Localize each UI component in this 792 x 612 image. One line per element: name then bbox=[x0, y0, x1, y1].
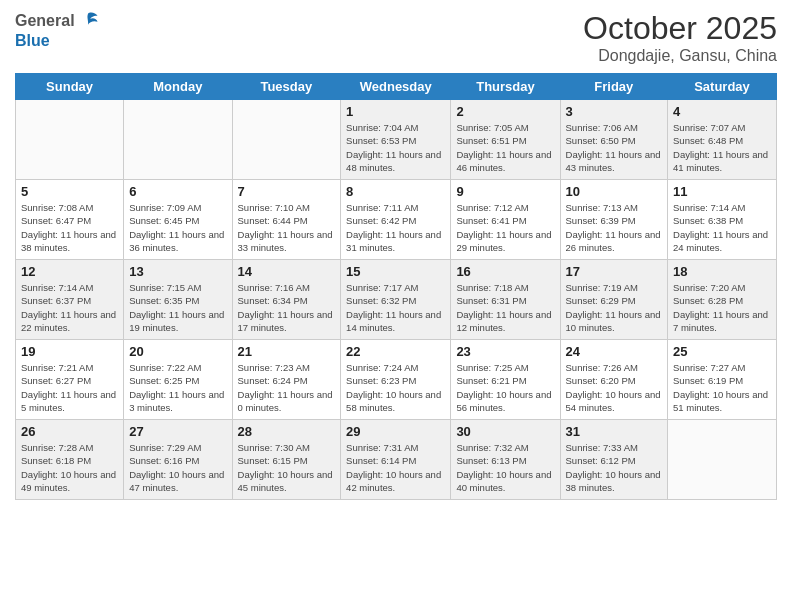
calendar-cell: 7Sunrise: 7:10 AM Sunset: 6:44 PM Daylig… bbox=[232, 180, 341, 260]
calendar-week-4: 26Sunrise: 7:28 AM Sunset: 6:18 PM Dayli… bbox=[16, 420, 777, 500]
day-info: Sunrise: 7:31 AM Sunset: 6:14 PM Dayligh… bbox=[346, 441, 445, 494]
day-info: Sunrise: 7:30 AM Sunset: 6:15 PM Dayligh… bbox=[238, 441, 336, 494]
calendar-cell: 3Sunrise: 7:06 AM Sunset: 6:50 PM Daylig… bbox=[560, 100, 668, 180]
calendar-header-monday: Monday bbox=[124, 74, 232, 100]
calendar-cell: 30Sunrise: 7:32 AM Sunset: 6:13 PM Dayli… bbox=[451, 420, 560, 500]
calendar-cell: 29Sunrise: 7:31 AM Sunset: 6:14 PM Dayli… bbox=[341, 420, 451, 500]
day-number: 14 bbox=[238, 264, 336, 279]
calendar-cell: 17Sunrise: 7:19 AM Sunset: 6:29 PM Dayli… bbox=[560, 260, 668, 340]
day-info: Sunrise: 7:24 AM Sunset: 6:23 PM Dayligh… bbox=[346, 361, 445, 414]
day-number: 4 bbox=[673, 104, 771, 119]
day-number: 13 bbox=[129, 264, 226, 279]
calendar-cell: 11Sunrise: 7:14 AM Sunset: 6:38 PM Dayli… bbox=[668, 180, 777, 260]
day-number: 29 bbox=[346, 424, 445, 439]
calendar-cell: 14Sunrise: 7:16 AM Sunset: 6:34 PM Dayli… bbox=[232, 260, 341, 340]
calendar-cell: 21Sunrise: 7:23 AM Sunset: 6:24 PM Dayli… bbox=[232, 340, 341, 420]
day-info: Sunrise: 7:09 AM Sunset: 6:45 PM Dayligh… bbox=[129, 201, 226, 254]
day-number: 16 bbox=[456, 264, 554, 279]
day-info: Sunrise: 7:05 AM Sunset: 6:51 PM Dayligh… bbox=[456, 121, 554, 174]
logo-blue-text: Blue bbox=[15, 32, 50, 49]
day-number: 7 bbox=[238, 184, 336, 199]
day-info: Sunrise: 7:28 AM Sunset: 6:18 PM Dayligh… bbox=[21, 441, 118, 494]
day-number: 21 bbox=[238, 344, 336, 359]
calendar-cell: 26Sunrise: 7:28 AM Sunset: 6:18 PM Dayli… bbox=[16, 420, 124, 500]
calendar-cell: 5Sunrise: 7:08 AM Sunset: 6:47 PM Daylig… bbox=[16, 180, 124, 260]
day-number: 9 bbox=[456, 184, 554, 199]
calendar-cell: 2Sunrise: 7:05 AM Sunset: 6:51 PM Daylig… bbox=[451, 100, 560, 180]
calendar-header-thursday: Thursday bbox=[451, 74, 560, 100]
day-number: 3 bbox=[566, 104, 663, 119]
day-number: 30 bbox=[456, 424, 554, 439]
day-number: 10 bbox=[566, 184, 663, 199]
day-info: Sunrise: 7:12 AM Sunset: 6:41 PM Dayligh… bbox=[456, 201, 554, 254]
calendar-week-1: 5Sunrise: 7:08 AM Sunset: 6:47 PM Daylig… bbox=[16, 180, 777, 260]
day-info: Sunrise: 7:16 AM Sunset: 6:34 PM Dayligh… bbox=[238, 281, 336, 334]
calendar-cell bbox=[124, 100, 232, 180]
day-info: Sunrise: 7:13 AM Sunset: 6:39 PM Dayligh… bbox=[566, 201, 663, 254]
logo: General Blue bbox=[15, 10, 99, 50]
calendar-cell: 16Sunrise: 7:18 AM Sunset: 6:31 PM Dayli… bbox=[451, 260, 560, 340]
day-info: Sunrise: 7:21 AM Sunset: 6:27 PM Dayligh… bbox=[21, 361, 118, 414]
calendar-header-saturday: Saturday bbox=[668, 74, 777, 100]
page-header: General Blue October 2025 Dongdajie, Gan… bbox=[15, 10, 777, 65]
day-number: 27 bbox=[129, 424, 226, 439]
day-number: 22 bbox=[346, 344, 445, 359]
logo-general-text: General bbox=[15, 12, 75, 30]
calendar-body: 1Sunrise: 7:04 AM Sunset: 6:53 PM Daylig… bbox=[16, 100, 777, 500]
calendar-cell: 10Sunrise: 7:13 AM Sunset: 6:39 PM Dayli… bbox=[560, 180, 668, 260]
day-info: Sunrise: 7:26 AM Sunset: 6:20 PM Dayligh… bbox=[566, 361, 663, 414]
day-info: Sunrise: 7:25 AM Sunset: 6:21 PM Dayligh… bbox=[456, 361, 554, 414]
calendar-week-2: 12Sunrise: 7:14 AM Sunset: 6:37 PM Dayli… bbox=[16, 260, 777, 340]
calendar-cell: 6Sunrise: 7:09 AM Sunset: 6:45 PM Daylig… bbox=[124, 180, 232, 260]
day-number: 8 bbox=[346, 184, 445, 199]
day-number: 12 bbox=[21, 264, 118, 279]
calendar-cell: 18Sunrise: 7:20 AM Sunset: 6:28 PM Dayli… bbox=[668, 260, 777, 340]
day-number: 6 bbox=[129, 184, 226, 199]
calendar-header-wednesday: Wednesday bbox=[341, 74, 451, 100]
calendar-week-0: 1Sunrise: 7:04 AM Sunset: 6:53 PM Daylig… bbox=[16, 100, 777, 180]
month-title: October 2025 bbox=[583, 10, 777, 47]
calendar-cell: 15Sunrise: 7:17 AM Sunset: 6:32 PM Dayli… bbox=[341, 260, 451, 340]
logo-bird-icon bbox=[77, 10, 99, 32]
day-number: 19 bbox=[21, 344, 118, 359]
day-number: 11 bbox=[673, 184, 771, 199]
calendar-cell bbox=[668, 420, 777, 500]
calendar-cell: 9Sunrise: 7:12 AM Sunset: 6:41 PM Daylig… bbox=[451, 180, 560, 260]
day-info: Sunrise: 7:20 AM Sunset: 6:28 PM Dayligh… bbox=[673, 281, 771, 334]
calendar-header-friday: Friday bbox=[560, 74, 668, 100]
day-info: Sunrise: 7:19 AM Sunset: 6:29 PM Dayligh… bbox=[566, 281, 663, 334]
day-info: Sunrise: 7:14 AM Sunset: 6:38 PM Dayligh… bbox=[673, 201, 771, 254]
calendar-cell: 22Sunrise: 7:24 AM Sunset: 6:23 PM Dayli… bbox=[341, 340, 451, 420]
calendar-cell: 27Sunrise: 7:29 AM Sunset: 6:16 PM Dayli… bbox=[124, 420, 232, 500]
day-info: Sunrise: 7:33 AM Sunset: 6:12 PM Dayligh… bbox=[566, 441, 663, 494]
day-number: 1 bbox=[346, 104, 445, 119]
day-number: 28 bbox=[238, 424, 336, 439]
day-number: 5 bbox=[21, 184, 118, 199]
calendar-cell: 19Sunrise: 7:21 AM Sunset: 6:27 PM Dayli… bbox=[16, 340, 124, 420]
day-info: Sunrise: 7:07 AM Sunset: 6:48 PM Dayligh… bbox=[673, 121, 771, 174]
day-info: Sunrise: 7:04 AM Sunset: 6:53 PM Dayligh… bbox=[346, 121, 445, 174]
calendar-cell: 24Sunrise: 7:26 AM Sunset: 6:20 PM Dayli… bbox=[560, 340, 668, 420]
title-area: October 2025 Dongdajie, Gansu, China bbox=[583, 10, 777, 65]
calendar-cell: 25Sunrise: 7:27 AM Sunset: 6:19 PM Dayli… bbox=[668, 340, 777, 420]
day-number: 31 bbox=[566, 424, 663, 439]
day-info: Sunrise: 7:23 AM Sunset: 6:24 PM Dayligh… bbox=[238, 361, 336, 414]
calendar-cell: 13Sunrise: 7:15 AM Sunset: 6:35 PM Dayli… bbox=[124, 260, 232, 340]
day-number: 2 bbox=[456, 104, 554, 119]
day-info: Sunrise: 7:11 AM Sunset: 6:42 PM Dayligh… bbox=[346, 201, 445, 254]
calendar-cell: 31Sunrise: 7:33 AM Sunset: 6:12 PM Dayli… bbox=[560, 420, 668, 500]
calendar-week-3: 19Sunrise: 7:21 AM Sunset: 6:27 PM Dayli… bbox=[16, 340, 777, 420]
day-info: Sunrise: 7:06 AM Sunset: 6:50 PM Dayligh… bbox=[566, 121, 663, 174]
calendar-cell: 28Sunrise: 7:30 AM Sunset: 6:15 PM Dayli… bbox=[232, 420, 341, 500]
day-info: Sunrise: 7:17 AM Sunset: 6:32 PM Dayligh… bbox=[346, 281, 445, 334]
day-info: Sunrise: 7:14 AM Sunset: 6:37 PM Dayligh… bbox=[21, 281, 118, 334]
calendar-header-row: SundayMondayTuesdayWednesdayThursdayFrid… bbox=[16, 74, 777, 100]
day-info: Sunrise: 7:27 AM Sunset: 6:19 PM Dayligh… bbox=[673, 361, 771, 414]
day-info: Sunrise: 7:32 AM Sunset: 6:13 PM Dayligh… bbox=[456, 441, 554, 494]
day-info: Sunrise: 7:18 AM Sunset: 6:31 PM Dayligh… bbox=[456, 281, 554, 334]
day-number: 18 bbox=[673, 264, 771, 279]
calendar-cell: 8Sunrise: 7:11 AM Sunset: 6:42 PM Daylig… bbox=[341, 180, 451, 260]
location-title: Dongdajie, Gansu, China bbox=[583, 47, 777, 65]
calendar-cell: 20Sunrise: 7:22 AM Sunset: 6:25 PM Dayli… bbox=[124, 340, 232, 420]
day-info: Sunrise: 7:22 AM Sunset: 6:25 PM Dayligh… bbox=[129, 361, 226, 414]
